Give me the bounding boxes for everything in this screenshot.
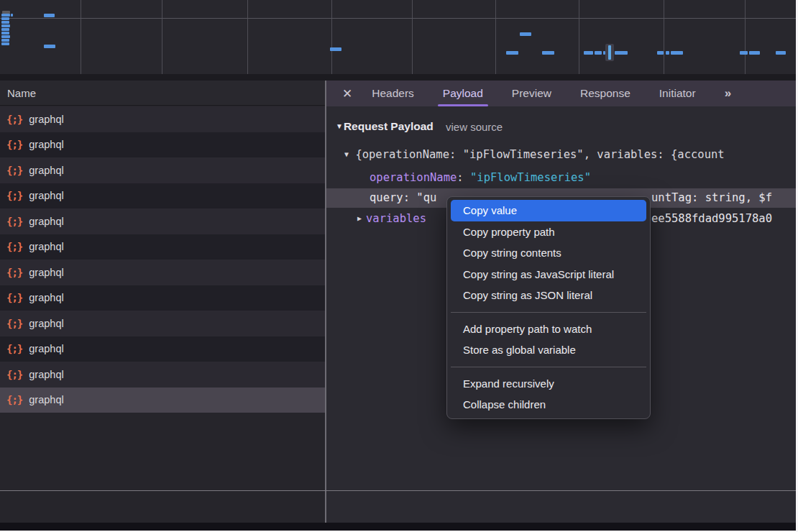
request-name: graphql: [29, 267, 63, 278]
request-name: graphql: [29, 114, 63, 125]
operationname-property-row[interactable]: operationName: "ipFlowTimeseries": [370, 171, 591, 184]
request-timing-bar: [615, 51, 628, 55]
more-tabs-icon[interactable]: »: [725, 86, 730, 101]
menu-item-store-as-global-variable[interactable]: Store as global variable: [451, 339, 646, 361]
table-row[interactable]: {;}graphql: [0, 336, 325, 362]
table-row-selected[interactable]: {;}graphql: [0, 387, 325, 413]
json-braces-icon: {;}: [6, 394, 22, 405]
request-timing-bar: [520, 32, 531, 36]
request-timing-bar: [1, 42, 9, 45]
request-timing-bar: [776, 51, 786, 55]
variables-property-row[interactable]: ▶variables: [357, 212, 426, 225]
property-string-value: "ipFlowTimeseries": [470, 171, 591, 184]
name-column-label: Name: [7, 87, 36, 99]
name-column-header[interactable]: Name: [0, 81, 325, 106]
tab-response[interactable]: Response: [580, 81, 630, 106]
right-footer-area: [326, 491, 796, 523]
panel-split-divider-lower[interactable]: [325, 491, 326, 523]
expand-triangle-icon: ▶: [357, 214, 362, 222]
menu-item-copy-string-json-literal[interactable]: Copy string as JSON literal: [451, 285, 646, 306]
table-row[interactable]: {;}graphql: [0, 106, 325, 132]
timeline-gridline: [331, 0, 332, 74]
close-icon[interactable]: ✕: [342, 86, 352, 101]
request-timing-bar: [608, 45, 611, 60]
timeline-gridline: [81, 0, 81, 74]
request-name: graphql: [29, 292, 63, 303]
request-timing-bar: [749, 51, 760, 55]
collapse-triangle-icon: ▼: [336, 122, 343, 130]
menu-item-expand-recursively[interactable]: Expand recursively: [451, 373, 646, 395]
json-braces-icon: {;}: [6, 241, 22, 252]
json-braces-icon: {;}: [6, 139, 22, 150]
table-row[interactable]: {;}graphql: [0, 208, 325, 234]
table-row[interactable]: {;}graphql: [0, 285, 325, 311]
json-braces-icon: {;}: [6, 190, 22, 201]
menu-item-copy-string-js-literal[interactable]: Copy string as JavaScript literal: [451, 264, 646, 285]
left-footer-area: [0, 491, 325, 523]
table-row[interactable]: {;}graphql: [0, 362, 325, 387]
table-row[interactable]: {;}graphql: [0, 132, 325, 158]
table-row[interactable]: {;}graphql: [0, 157, 325, 183]
menu-item-copy-property-path[interactable]: Copy property path: [451, 221, 646, 243]
menu-separator: [451, 367, 646, 367]
request-timing-bar: [1, 35, 10, 38]
menu-item-collapse-children[interactable]: Collapse children: [451, 394, 646, 416]
request-name: graphql: [29, 165, 63, 176]
request-timing-bar: [1, 39, 9, 42]
table-row[interactable]: {;}graphql: [0, 260, 325, 285]
tab-headers[interactable]: Headers: [372, 81, 414, 106]
overview-bottom-band: [0, 74, 796, 81]
timeline-gridline: [579, 0, 579, 74]
request-timing-bar: [44, 14, 55, 17]
request-timing-bar: [542, 51, 554, 55]
tab-preview[interactable]: Preview: [512, 81, 551, 106]
json-braces-icon: {;}: [6, 216, 22, 227]
json-braces-icon: {;}: [6, 343, 22, 354]
request-timing-bar: [1, 32, 9, 35]
json-braces-icon: {;}: [6, 165, 22, 176]
network-request-list: Name {;}graphql {;}graphql {;}graphql {;…: [0, 81, 325, 523]
query-property-left-text: query: "qu: [370, 191, 436, 204]
object-preview-text: {operationName: "ipFlowTimeseries", vari…: [355, 148, 724, 161]
screenshot-stage: Name {;}graphql {;}graphql {;}graphql {;…: [0, 0, 798, 532]
request-name: graphql: [29, 394, 63, 405]
timeline-gridline: [162, 0, 162, 74]
table-row[interactable]: {;}graphql: [0, 311, 325, 336]
table-row[interactable]: {;}graphql: [0, 183, 325, 209]
collapse-triangle-icon: ▼: [344, 150, 349, 158]
timeline-gridline: [247, 0, 248, 74]
network-overview-timeline[interactable]: [0, 0, 796, 74]
request-timing-bar: [1, 17, 9, 20]
request-name: graphql: [29, 216, 63, 227]
detail-tab-bar: ✕ Headers Payload Preview Response Initi…: [326, 81, 796, 106]
request-timing-bar: [740, 51, 748, 55]
table-row[interactable]: {;}graphql: [0, 234, 325, 260]
section-title: Request Payload: [344, 120, 434, 132]
request-name: graphql: [29, 318, 63, 329]
view-source-link[interactable]: view source: [446, 121, 503, 133]
request-timing-bar: [330, 47, 341, 51]
request-timing-bar: [666, 51, 669, 55]
variables-property-right-text: ee5588fdad995178a0: [651, 212, 772, 225]
menu-item-copy-value[interactable]: Copy value: [451, 200, 646, 221]
request-timing-bar: [584, 51, 593, 55]
context-menu: Copy value Copy property path Copy strin…: [446, 196, 651, 419]
request-name: graphql: [29, 139, 63, 150]
request-payload-section-header[interactable]: ▼Request Payload: [336, 120, 434, 133]
menu-item-copy-string-contents[interactable]: Copy string contents: [451, 242, 646, 264]
payload-object-preview-row[interactable]: ▼ {operationName: "ipFlowTimeseries", va…: [344, 148, 796, 161]
property-key: operationName: [370, 171, 457, 184]
timeline-gridline: [745, 0, 746, 74]
request-timing-bar: [1, 24, 10, 27]
tab-initiator[interactable]: Initiator: [659, 81, 696, 106]
request-timing-bar: [595, 51, 602, 55]
request-name: graphql: [29, 343, 63, 354]
menu-separator: [451, 312, 646, 313]
json-braces-icon: {;}: [6, 292, 22, 303]
property-key: variables: [366, 212, 426, 225]
json-braces-icon: {;}: [6, 318, 22, 329]
bottom-black-bar: [0, 523, 796, 531]
tab-payload[interactable]: Payload: [443, 81, 483, 106]
request-timing-bar: [44, 45, 55, 48]
menu-item-add-property-path-to-watch[interactable]: Add property path to watch: [451, 318, 646, 340]
